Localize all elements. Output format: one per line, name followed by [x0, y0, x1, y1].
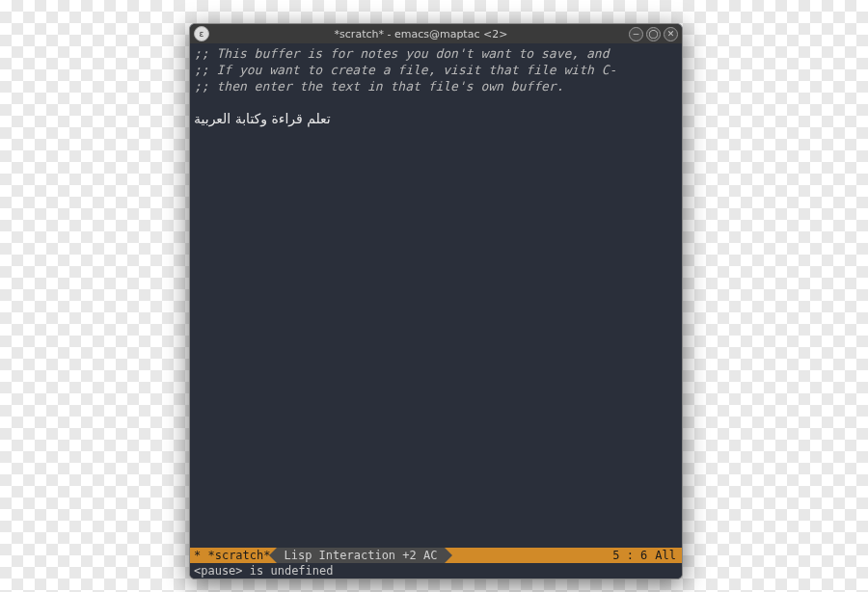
maximize-icon: ◯	[648, 30, 658, 39]
echo-area: <pause> is undefined	[190, 563, 682, 579]
scroll-indicator: All	[655, 548, 682, 563]
modified-indicator: *	[194, 549, 201, 562]
buffer-name: *scratch*	[207, 549, 270, 562]
titlebar[interactable]: ε *scratch* - emacs@maptac <2> − ◯ ✕	[190, 24, 682, 43]
window-buttons: − ◯ ✕	[629, 27, 678, 41]
maximize-button[interactable]: ◯	[646, 27, 661, 41]
comment-line-1: ;; This buffer is for notes you don't wa…	[194, 46, 616, 61]
modeline-left: * *scratch*	[190, 548, 271, 563]
major-mode: Lisp Interaction +2 AC	[277, 548, 446, 563]
emacs-icon-glyph: ε	[200, 30, 204, 39]
comment-line-2: ;; If you want to create a file, visit t…	[194, 63, 616, 77]
comment-line-3: ;; then enter the text in that file's ow…	[194, 79, 564, 94]
emacs-window: ε *scratch* - emacs@maptac <2> − ◯ ✕ ;; …	[189, 23, 683, 579]
arabic-text: تعلم قراءة وكتابة العربية	[194, 111, 331, 127]
editor-area[interactable]: ;; This buffer is for notes you don't wa…	[190, 43, 682, 548]
close-button[interactable]: ✕	[664, 27, 678, 41]
emacs-icon: ε	[194, 26, 209, 41]
cursor-position: 5 : 6	[605, 548, 655, 563]
minimize-icon: −	[633, 30, 640, 39]
modeline[interactable]: * *scratch* Lisp Interaction +2 AC 5 : 6…	[190, 548, 682, 563]
close-icon: ✕	[667, 30, 675, 39]
minimize-button[interactable]: −	[629, 27, 643, 41]
window-title: *scratch* - emacs@maptac <2>	[213, 28, 629, 40]
